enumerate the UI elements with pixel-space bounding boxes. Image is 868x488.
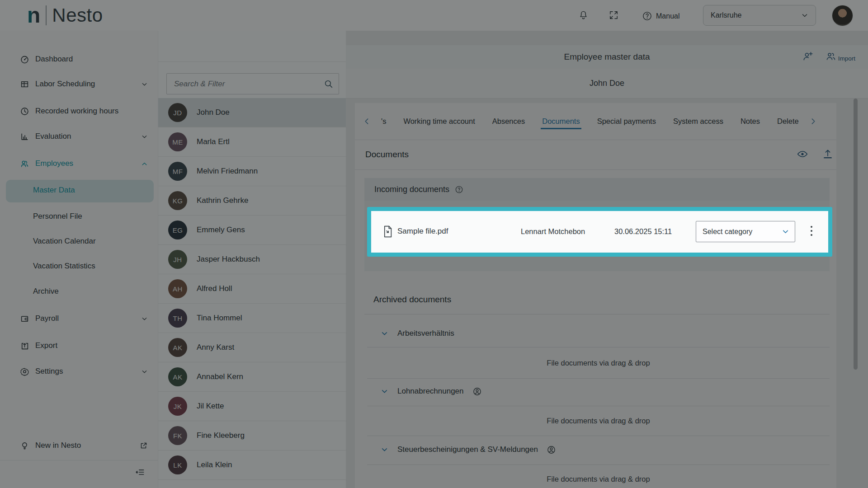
- employee-row[interactable]: JHJasper Hackbusch: [158, 245, 346, 274]
- category-label: Arbeitsverhältnis: [397, 329, 454, 338]
- employee-row[interactable]: THTina Hommel: [158, 304, 346, 333]
- employee-row[interactable]: LKLeila Klein: [158, 450, 346, 480]
- employee-name: John Doe: [197, 108, 230, 117]
- sidebar-item-label: Employees: [35, 159, 73, 168]
- dropzone-arbeitsverhaeltnis[interactable]: File documents via drag & drop: [367, 347, 830, 379]
- location-value: Karlsruhe: [711, 11, 741, 19]
- employee-name: Annabel Kern: [197, 372, 243, 381]
- help-circle-icon[interactable]: [455, 185, 463, 194]
- chevron-down-icon: [141, 81, 148, 88]
- upload-icon[interactable]: [822, 148, 834, 160]
- documents-title: Documents: [365, 150, 409, 160]
- sidebar-item-personnel-file[interactable]: Personnel File: [33, 207, 148, 225]
- dropzone-lohnabrechnungen[interactable]: File documents via drag & drop: [367, 406, 830, 436]
- search-icon[interactable]: [324, 79, 333, 89]
- sidebar-item-label: Labor Scheduling: [35, 80, 95, 89]
- tab-system-access[interactable]: System access: [673, 117, 723, 126]
- location-select[interactable]: Karlsruhe: [703, 5, 816, 26]
- employee-visibility-icon: [547, 446, 556, 454]
- category-label: Lohnabrechnungen: [397, 387, 464, 396]
- sidebar-item-recorded-working-hours[interactable]: Recorded working hours: [20, 102, 148, 120]
- sidebar-item-dashboard[interactable]: Dashboard: [20, 50, 148, 68]
- employee-row[interactable]: FKFine Kleeberg: [158, 421, 346, 450]
- sidebar-item-label: Evaluation: [35, 132, 71, 141]
- tab-delete[interactable]: Delete: [777, 117, 799, 126]
- dropzone-label: File documents via drag & drop: [547, 475, 650, 483]
- employee-row[interactable]: MEMarla Ertl: [158, 127, 346, 157]
- notifications-bell-icon[interactable]: [578, 10, 589, 20]
- import-people-icon: [826, 51, 836, 62]
- employee-row[interactable]: JKJil Kette: [158, 392, 346, 421]
- manual-label: Manual: [656, 12, 679, 20]
- employee-row[interactable]: JDJohn Doe: [158, 98, 346, 127]
- add-employee-icon[interactable]: [802, 51, 814, 62]
- tab-absences[interactable]: Absences: [492, 117, 525, 126]
- employee-row[interactable]: AKAnny Karst: [158, 333, 346, 362]
- archived-category-steuerbescheinigungen[interactable]: Steuerbescheinigungen & SV-Meldungen: [364, 441, 830, 459]
- sidebar-item-evaluation[interactable]: Evaluation: [20, 127, 148, 145]
- employee-row[interactable]: AKAnnabel Kern: [158, 362, 346, 392]
- avatar: MF: [168, 162, 187, 181]
- row-menu-kebab-icon[interactable]: [810, 225, 813, 237]
- sidebar-item-vacation-calendar[interactable]: Vacation Calendar: [33, 232, 148, 250]
- avatar: JD: [168, 103, 187, 122]
- main-scrollbar[interactable]: [854, 99, 858, 370]
- tab-documents[interactable]: Documents: [542, 117, 580, 126]
- dropzone-steuerbescheinigungen[interactable]: File documents via drag & drop: [367, 465, 830, 488]
- nesto-logo: n Nesto: [27, 5, 103, 26]
- sidebar-item-payroll[interactable]: Payroll: [20, 310, 148, 328]
- chevron-down-icon: [141, 133, 148, 140]
- sidebar-item-master-data[interactable]: Master Data: [6, 180, 154, 202]
- employee-name: Alfred Holl: [197, 284, 232, 293]
- fullscreen-icon[interactable]: [609, 10, 619, 20]
- avatar: JK: [168, 397, 187, 416]
- help-circle-icon: [642, 11, 652, 21]
- tab-special-payments[interactable]: Special payments: [597, 117, 656, 126]
- highlighted-document-row[interactable]: Sample file.pdf Lennart Motchebon 30.06.…: [367, 207, 832, 257]
- archived-category-lohnabrechnungen[interactable]: Lohnabrechnungen: [364, 382, 830, 400]
- tabs-scroll-right-icon[interactable]: [809, 117, 817, 125]
- archived-category-arbeitsverhaeltnis[interactable]: Arbeitsverhältnis: [364, 324, 830, 343]
- search-input[interactable]: [173, 79, 324, 89]
- top-bar: n Nesto Manual Karlsruhe: [0, 0, 868, 31]
- external-link-icon: [140, 441, 148, 450]
- gear-icon: [20, 367, 29, 376]
- dashboard-icon: [20, 55, 29, 64]
- employee-name: Melvin Friedmann: [197, 167, 258, 176]
- tab-notes[interactable]: Notes: [741, 117, 760, 126]
- lightbulb-icon: [20, 441, 29, 450]
- import-button[interactable]: Import: [826, 51, 855, 62]
- sidebar-item-archive[interactable]: Archive: [33, 282, 148, 300]
- chevron-up-icon: [141, 160, 148, 167]
- employee-name: Fine Kleeberg: [197, 431, 245, 440]
- manual-button[interactable]: Manual: [642, 11, 679, 21]
- tab-working-time-account[interactable]: Working time account: [403, 117, 475, 126]
- main-content: Employee master data Import John Doe 's …: [346, 31, 868, 488]
- preview-eye-icon[interactable]: [797, 148, 808, 160]
- employee-row[interactable]: AHAlfred Holl: [158, 274, 346, 304]
- import-label: Import: [838, 55, 855, 62]
- tab-truncated[interactable]: 's: [381, 117, 386, 126]
- sidebar-item-label: Master Data: [33, 186, 75, 195]
- employee-row[interactable]: EGEmmely Gens: [158, 216, 346, 245]
- select-category-dropdown[interactable]: Select category: [696, 221, 795, 242]
- sidebar-item-settings[interactable]: Settings: [20, 362, 148, 380]
- chevron-down-icon: [381, 388, 388, 395]
- sidebar-item-label: New in Nesto: [35, 441, 81, 450]
- sidebar-item-label: Archive: [33, 287, 59, 296]
- employee-row[interactable]: KGKathrin Gehrke: [158, 186, 346, 216]
- chevron-down-icon: [801, 12, 808, 19]
- sidebar-item-export[interactable]: Export: [20, 337, 148, 355]
- tabs-scroll-left-icon[interactable]: [363, 117, 371, 125]
- sidebar-footer-divider: [0, 460, 158, 460]
- collapse-sidebar-icon[interactable]: [135, 467, 145, 477]
- sidebar-item-employees[interactable]: Employees: [20, 155, 148, 173]
- sidebar-item-vacation-statistics[interactable]: Vacation Statistics: [33, 257, 148, 275]
- sidebar-item-labor-scheduling[interactable]: Labor Scheduling: [20, 75, 148, 93]
- sidebar-item-new-in-nesto[interactable]: New in Nesto: [20, 436, 148, 455]
- page-title: Employee master data: [346, 52, 868, 62]
- user-avatar[interactable]: [832, 5, 853, 26]
- logo-divider: [46, 5, 47, 25]
- avatar: JH: [168, 250, 187, 269]
- employee-row[interactable]: MFMelvin Friedmann: [158, 157, 346, 186]
